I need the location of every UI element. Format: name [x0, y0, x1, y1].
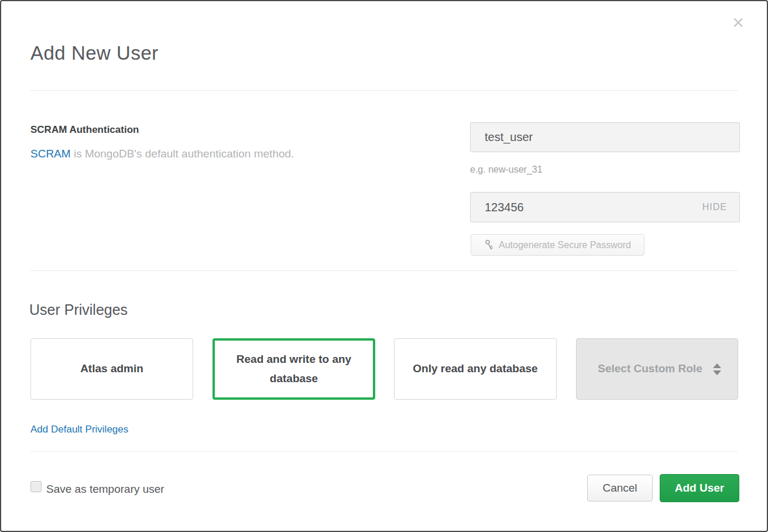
key-icon	[483, 239, 495, 251]
modal-title: Add New User	[30, 42, 159, 64]
cancel-button[interactable]: Cancel	[587, 475, 653, 502]
privilege-label: Only read any database	[413, 359, 537, 378]
add-user-button[interactable]: Add User	[660, 474, 739, 502]
divider	[30, 90, 738, 91]
divider	[30, 270, 738, 271]
scram-description: SCRAM is MongoDB's default authenticatio…	[30, 147, 294, 160]
save-temporary-user-checkbox[interactable]	[30, 481, 42, 492]
scram-link[interactable]: SCRAM	[30, 147, 71, 160]
divider	[30, 451, 738, 452]
privilege-option-atlas-admin[interactable]: Atlas admin	[30, 338, 193, 400]
user-privileges-heading: User Privileges	[29, 301, 128, 318]
chevron-up-down-icon	[713, 363, 721, 375]
close-icon[interactable]: ✕	[732, 15, 745, 30]
custom-role-label: Select Custom Role	[598, 359, 702, 378]
save-temporary-user-label: Save as temporary user	[46, 483, 164, 496]
select-custom-role-dropdown[interactable]: Select Custom Role	[576, 338, 738, 400]
hide-password-toggle[interactable]: HIDE	[702, 202, 727, 212]
scram-authentication-heading: SCRAM Authentication	[30, 124, 139, 136]
autogenerate-label: Autogenerate Secure Password	[499, 240, 631, 250]
privilege-label: Atlas admin	[80, 359, 143, 378]
autogenerate-password-button[interactable]: Autogenerate Secure Password	[471, 234, 644, 256]
scram-description-text: is MongoDB's default authentication meth…	[71, 147, 294, 160]
privilege-option-only-read[interactable]: Only read any database	[394, 338, 557, 400]
privilege-label: Read and write to any database	[232, 350, 355, 388]
privilege-option-read-write-selected[interactable]: Read and write to any database	[212, 338, 375, 400]
username-input[interactable]	[470, 122, 740, 152]
add-new-user-modal: ✕ Add New User SCRAM Authentication SCRA…	[0, 0, 768, 532]
password-input[interactable]	[470, 192, 740, 222]
username-hint: e.g. new-user_31	[470, 164, 543, 175]
password-field-wrap: HIDE	[470, 192, 740, 222]
add-default-privileges-link[interactable]: Add Default Privileges	[30, 424, 128, 435]
